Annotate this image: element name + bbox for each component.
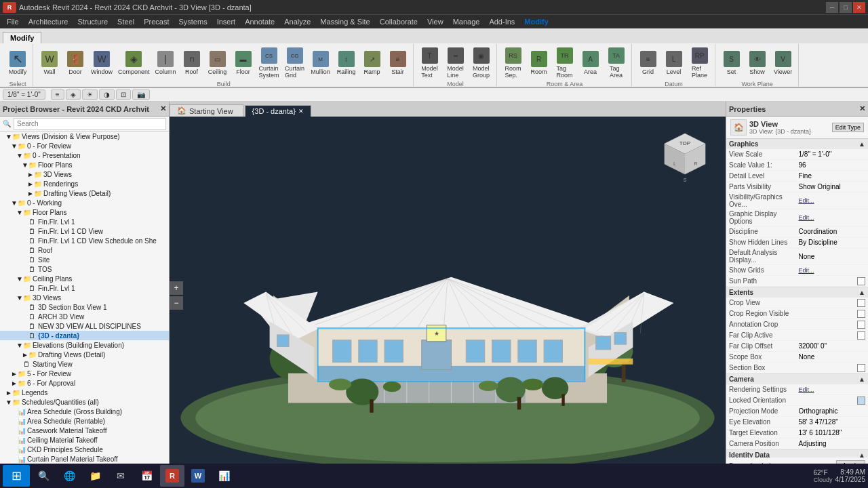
- ribbon-btn-ceiling[interactable]: ▭Ceiling: [205, 45, 230, 81]
- tree-item[interactable]: 🗒{3D - dzanta}: [0, 331, 169, 340]
- tree-item[interactable]: ▼📁0 - Presentation: [0, 150, 169, 160]
- menu-precast[interactable]: Precast: [140, 16, 173, 27]
- minimize-button[interactable]: ─: [826, 2, 838, 13]
- ribbon-btn-ramp[interactable]: ↗Ramp: [360, 45, 384, 81]
- ribbon-btn-component[interactable]: ◈Component: [116, 45, 152, 81]
- ribbon-btn-modify[interactable]: ↖ Modify: [5, 45, 30, 81]
- prop-section-graphics-header[interactable]: Graphics▲: [726, 139, 868, 149]
- tree-item[interactable]: 📊Area Schedule (Rentable): [0, 416, 169, 426]
- tree-item[interactable]: 🗒Fin.Flr. Lvl 1: [0, 217, 169, 226]
- ribbon-btn-door[interactable]: 🚪Door: [63, 45, 87, 81]
- tree-item[interactable]: 📊CKD Principles Schedule: [0, 445, 169, 454]
- render-btn[interactable]: 📷: [132, 89, 150, 100]
- ribbon-btn-model-group[interactable]: ◉ModelGroup: [469, 45, 494, 81]
- menu-steel[interactable]: Steel: [113, 16, 138, 27]
- crop-region-visible-checkbox[interactable]: [857, 310, 865, 318]
- tree-item[interactable]: ▼📁Elevations (Building Elevation): [0, 340, 169, 350]
- vp-tab-3d-close[interactable]: ✕: [298, 108, 304, 115]
- edit-type-btn[interactable]: Edit Type: [832, 123, 864, 132]
- pb-search-input[interactable]: [14, 118, 166, 130]
- ribbon-btn-ref-plane[interactable]: RPRefPlane: [688, 45, 712, 81]
- ribbon-btn-floor[interactable]: ▬Floor: [231, 45, 256, 81]
- tree-item[interactable]: ►📁Drafting Views (Detail): [0, 188, 169, 198]
- section-box-checkbox[interactable]: [857, 364, 865, 372]
- visual-style-btn[interactable]: ◈: [66, 89, 81, 100]
- menu-collaborate[interactable]: Collaborate: [376, 16, 422, 27]
- menu-file[interactable]: File: [3, 16, 23, 27]
- zoom-in-btn[interactable]: +: [170, 281, 183, 295]
- viewport[interactable]: ★: [170, 117, 726, 474]
- tree-item[interactable]: ►📁3D Views: [0, 169, 169, 179]
- tree-item[interactable]: ►📁Renderings: [0, 179, 169, 188]
- tree-item[interactable]: ▼📁0 - For Review: [0, 141, 169, 150]
- nav-cube[interactable]: TOP L R S: [658, 130, 712, 184]
- ribbon-btn-tag-area[interactable]: TATagArea: [604, 45, 629, 81]
- ribbon-btn-column[interactable]: |Column: [153, 45, 178, 81]
- crop-btn[interactable]: ⊡: [116, 89, 131, 100]
- ribbon-btn-window[interactable]: WWindow: [89, 45, 115, 81]
- vp-tab-3d[interactable]: {3D - dzanta} ✕: [245, 105, 311, 117]
- ribbon-btn-viewer[interactable]: VViewer: [771, 45, 795, 81]
- tree-item[interactable]: 🗒Fin.Flr. Lvl 1 CD View: [0, 226, 169, 236]
- menu-annotate[interactable]: Annotate: [241, 16, 279, 27]
- tree-item[interactable]: 🗒Fin.Flr. Lvl 1: [0, 283, 169, 293]
- tree-item[interactable]: ▼📁Schedules/Quantities (all): [0, 397, 169, 407]
- maximize-button[interactable]: □: [840, 2, 852, 13]
- taskbar-calendar[interactable]: 📅: [134, 465, 159, 487]
- crop-view-checkbox[interactable]: [857, 299, 865, 307]
- pb-close-btn[interactable]: ✕: [160, 104, 166, 113]
- tree-item[interactable]: 📊Curtain Panel Material Takeoff: [0, 454, 169, 464]
- taskbar-explorer[interactable]: 📁: [83, 465, 107, 487]
- ribbon-btn-show[interactable]: 👁Show: [745, 45, 770, 81]
- ribbon-btn-tag-room[interactable]: TRTagRoom: [553, 45, 577, 81]
- annotation-crop-checkbox[interactable]: [857, 321, 865, 329]
- menu-systems[interactable]: Systems: [174, 16, 211, 27]
- tree-item[interactable]: ▼📁Floor Plans: [0, 160, 169, 169]
- ribbon-btn-room[interactable]: RRoom: [527, 45, 551, 81]
- tree-item[interactable]: ▼📁0 - Working: [0, 198, 169, 207]
- tree-item[interactable]: ►📁Legends: [0, 388, 169, 397]
- menu-structure[interactable]: Structure: [73, 16, 112, 27]
- ribbon-btn-set[interactable]: SSet: [719, 45, 744, 81]
- close-button[interactable]: ✕: [853, 2, 865, 13]
- shadows-btn[interactable]: ◑: [99, 89, 115, 100]
- tree-item[interactable]: 🗒NEW 3D VIEW ALL DISCIPLINES: [0, 321, 169, 331]
- tree-item[interactable]: ▼📁Views (Division & View Purpose): [0, 131, 169, 141]
- sun-btn[interactable]: ☀: [82, 89, 98, 100]
- ribbon-btn-stair[interactable]: ≡Stair: [386, 45, 410, 81]
- taskbar-revit[interactable]: R: [160, 465, 184, 487]
- taskbar-outlook[interactable]: ✉: [108, 465, 133, 487]
- tree-item[interactable]: 🗒TOS: [0, 264, 169, 274]
- ribbon-btn-roof[interactable]: ⊓Roof: [180, 45, 204, 81]
- menu-modify[interactable]: Modify: [520, 16, 552, 27]
- ribbon-btn-area[interactable]: AArea: [578, 45, 603, 81]
- ribbon-btn-mullion[interactable]: MMullion: [309, 45, 333, 81]
- ribbon-btn-curtain-system[interactable]: CSCurtainSystem: [257, 45, 281, 81]
- prop-section-camera-header[interactable]: Camera▲: [726, 374, 868, 384]
- tree-item[interactable]: 📊Casework Material Takeoff: [0, 426, 169, 435]
- tree-item[interactable]: ►📁5 - For Review: [0, 369, 169, 378]
- prop-section-identity-header[interactable]: Identity Data▲: [726, 450, 868, 458]
- menu-massing[interactable]: Massing & Site: [316, 16, 374, 27]
- tree-item[interactable]: ▼📁3D Views: [0, 293, 169, 302]
- tree-item[interactable]: 📊Area Schedule (Gross Building): [0, 407, 169, 416]
- tree-item[interactable]: 🗒3D Section Box View 1: [0, 302, 169, 312]
- ribbon-btn-railing[interactable]: ↕Railing: [334, 45, 359, 81]
- ribbon-btn-model-text[interactable]: TModelText: [418, 45, 442, 81]
- tree-item[interactable]: 🗒ARCH 3D View: [0, 312, 169, 321]
- taskbar-search[interactable]: 🔍: [31, 465, 56, 487]
- menu-analyze[interactable]: Analyze: [280, 16, 315, 27]
- menu-manage[interactable]: Manage: [449, 16, 484, 27]
- tree-item[interactable]: ►📁Drafting Views (Detail): [0, 350, 169, 359]
- zoom-out-btn[interactable]: −: [170, 296, 183, 310]
- menu-view[interactable]: View: [423, 16, 448, 27]
- ribbon-btn-room-separator[interactable]: RSRoomSep.: [501, 45, 526, 81]
- tree-item[interactable]: 🗒Site: [0, 255, 169, 264]
- tree-item[interactable]: 📊Ceiling Material Takeoff: [0, 435, 169, 445]
- tree-item[interactable]: 🗒Roof: [0, 245, 169, 255]
- sun-path-checkbox[interactable]: [857, 277, 865, 285]
- taskbar-edge[interactable]: 🌐: [57, 465, 81, 487]
- prop-section-extents-header[interactable]: Extents▲: [726, 287, 868, 298]
- tree-item[interactable]: 🗒Starting View: [0, 359, 169, 369]
- menu-insert[interactable]: Insert: [213, 16, 240, 27]
